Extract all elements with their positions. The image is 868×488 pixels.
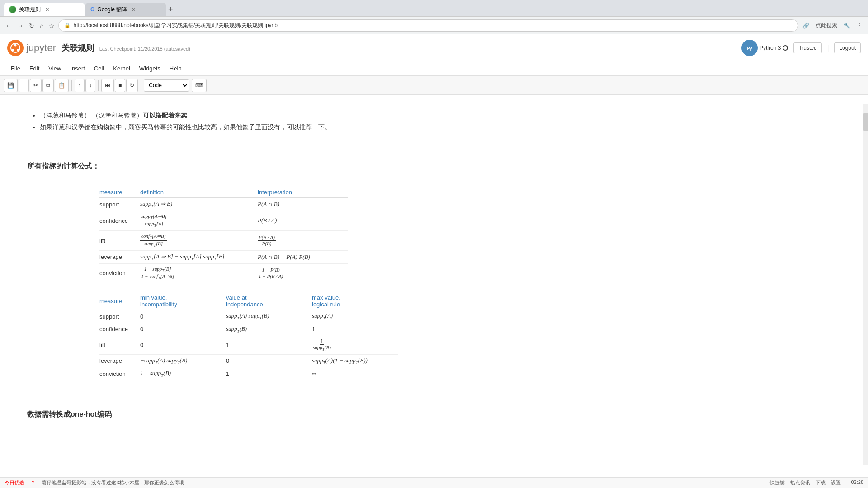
restart-button[interactable]: ↻ (126, 79, 138, 92)
nav-actions: 🔗 点此搜索 🔧 ⋮ (800, 21, 864, 30)
back-button[interactable]: ← (4, 21, 14, 30)
scrollbar-thumb[interactable] (863, 113, 868, 131)
table1-row3-measure: lift (99, 230, 140, 250)
table1-row5-measure: conviction (99, 263, 140, 283)
svg-point-1 (14, 44, 17, 46)
table1-header-interpretation: interpretation (258, 187, 348, 198)
checkpoint-text: Last Checkpoint: 11/20/2018 (autosaved) (99, 46, 190, 52)
section1-heading-cell: 所有指标的计算公式： (27, 148, 841, 183)
bullet-item-2: 如果洋葱和汉堡都在购物篮中，顾客买马铃薯的可能性也比较高，如果他篮子里面没有，可… (40, 122, 841, 132)
toolbar-divider1 (71, 80, 72, 91)
section1-title: 所有指标的计算公式： (27, 160, 841, 172)
jupyter-logo-icon (7, 40, 24, 56)
status-news-text: 薯仔地温盘哥摄影站，没有看过这3栋小木屋，那你正缘怎么得哦 (42, 479, 184, 486)
table1-header-definition: definition (140, 187, 258, 198)
table-row: leverage suppT[A ⇒ B] − suppT[A] suppT[B… (99, 250, 348, 263)
menu-view[interactable]: View (45, 63, 65, 74)
table1-row2-interp: P(B / A) (258, 211, 348, 230)
python-label: Python 3 (760, 45, 781, 51)
status-left: 今日优选 × 薯仔地温盘哥摄影站，没有看过这3栋小木屋，那你正缘怎么得哦 (5, 479, 761, 486)
stop-button[interactable]: ■ (115, 79, 125, 92)
header-divider: | (827, 44, 829, 52)
table2-row5-indep: 1 (226, 367, 312, 380)
status-today[interactable]: 今日优选 (5, 479, 24, 486)
tab-google-translate[interactable]: G Google 翻译 ✕ (85, 3, 166, 16)
tab-close-jupyter[interactable]: ✕ (45, 7, 49, 13)
copy-button[interactable]: ⧉ (42, 79, 54, 92)
menu-widgets[interactable]: Widgets (136, 63, 164, 74)
menu-insert[interactable]: Insert (66, 63, 89, 74)
move-up-button[interactable]: ↑ (75, 79, 85, 92)
google-icon: G (90, 6, 94, 13)
table1-row4-def: suppT[A ⇒ B] − suppT[A] suppT[B] (140, 250, 258, 263)
table2-row3-indep: 1 (226, 336, 312, 354)
jupyter-title-area: 关联规则 Last Checkpoint: 11/20/2018 (autosa… (61, 42, 736, 53)
menu-cell[interactable]: Cell (90, 63, 108, 74)
home-button[interactable]: ⌂ (38, 21, 45, 30)
formula-table1: measure definition interpretation suppor… (99, 187, 348, 283)
add-cell-button[interactable]: + (19, 79, 29, 92)
tab-close-google[interactable]: ✕ (132, 7, 136, 13)
extensions-button[interactable]: 🔧 (841, 22, 853, 30)
table1-row1-def: suppT(A ⇒ B) (140, 198, 258, 211)
table1-row5-def: 1 − suppT[B] 1 − confT[A⇒B] (140, 263, 258, 283)
table2-row2-indep: suppT(B) (226, 323, 312, 336)
table1-row5-interp: 1 − P(B) 1 − P(B / A) (258, 263, 348, 283)
run-button[interactable]: ⏮ (101, 79, 114, 92)
save-button[interactable]: 💾 (4, 79, 18, 92)
status-news-close[interactable]: × (32, 479, 34, 486)
move-down-button[interactable]: ↓ (85, 79, 95, 92)
status-download[interactable]: 下载 (816, 479, 826, 486)
bookmark-button[interactable]: ☆ (47, 21, 57, 30)
nav-search-button[interactable]: 点此搜索 (813, 21, 840, 30)
jupyter-header: jupyter 关联规则 Last Checkpoint: 11/20/2018… (0, 34, 868, 61)
trusted-button[interactable]: Trusted (793, 42, 821, 53)
table2-header-measure: measure (99, 292, 140, 310)
formula-table1-wrapper: measure definition interpretation suppor… (99, 187, 841, 283)
share-button[interactable]: 🔗 (800, 22, 811, 30)
kernel-status-circle (783, 45, 788, 51)
cut-button[interactable]: ✂ (30, 79, 42, 92)
logout-button[interactable]: Logout (834, 42, 861, 53)
table2-row2-min: 0 (140, 323, 226, 336)
notebook-name[interactable]: 关联规则 (61, 43, 94, 52)
keyboard-shortcut-button[interactable]: ⌨ (192, 79, 207, 92)
table2-row3-min: 0 (140, 336, 226, 354)
table2-row2-measure: confidence (99, 323, 140, 336)
table1-header-measure: measure (99, 187, 140, 198)
menu-bar: File Edit View Insert Cell Kernel Widget… (0, 61, 868, 76)
more-button[interactable]: ⋮ (854, 22, 864, 30)
jupyter-header-right: Py Python 3 Trusted | Logout (741, 40, 861, 56)
url-text: http://localhost:8888/notebooks/机器学习实战集锦… (73, 22, 793, 29)
table2-header-max: max value,logical rule (312, 292, 398, 310)
toolbar: 💾 + ✂ ⧉ 📋 ↑ ↓ ⏮ ■ ↻ Code ⌨ (0, 76, 868, 95)
status-shortcuts[interactable]: 快捷键 (770, 479, 785, 486)
nav-bar: ← → ↻ ⌂ ☆ 🔒 http://localhost:8888/notebo… (0, 16, 868, 34)
svg-point-3 (17, 49, 19, 51)
kernel-indicator: Py Python 3 (741, 40, 788, 56)
cell-type-selector[interactable]: Code (144, 79, 189, 92)
menu-help[interactable]: Help (166, 63, 185, 74)
tab-jupyter[interactable]: 关联规则 ✕ (4, 3, 85, 16)
scrollbar[interactable] (863, 104, 868, 465)
reload-button[interactable]: ↻ (27, 21, 36, 30)
forward-button[interactable]: → (15, 21, 25, 30)
table2-row1-min: 0 (140, 310, 226, 323)
menu-file[interactable]: File (7, 63, 24, 74)
table-row: conviction 1 − suppT(B) 1 ∞ (99, 367, 398, 380)
menu-kernel[interactable]: Kernel (109, 63, 134, 74)
python-logo-icon: Py (741, 40, 758, 56)
status-hotspot[interactable]: 热点资讯 (790, 479, 810, 486)
table2-row1-indep: suppT(A) suppT(B) (226, 310, 312, 323)
status-bar: 今日优选 × 薯仔地温盘哥摄影站，没有看过这3栋小木屋，那你正缘怎么得哦 快捷键… (0, 477, 868, 488)
lock-icon: 🔒 (64, 23, 71, 28)
paste-button[interactable]: 📋 (55, 79, 69, 92)
table1-row4-measure: leverage (99, 250, 140, 263)
new-tab-button[interactable]: + (168, 5, 173, 14)
address-bar[interactable]: 🔒 http://localhost:8888/notebooks/机器学习实战… (58, 19, 798, 32)
notebook-content: （洋葱和马铃薯） （汉堡和马铃薯）可以搭配着来卖 如果洋葱和汉堡都在购物篮中，顾… (0, 95, 868, 477)
table-row: leverage −suppT(A) suppT(B) 0 suppT(A)(1… (99, 354, 398, 367)
status-settings[interactable]: 设置 (831, 479, 841, 486)
menu-edit[interactable]: Edit (26, 63, 43, 74)
table2-row3-measure: lift (99, 336, 140, 354)
